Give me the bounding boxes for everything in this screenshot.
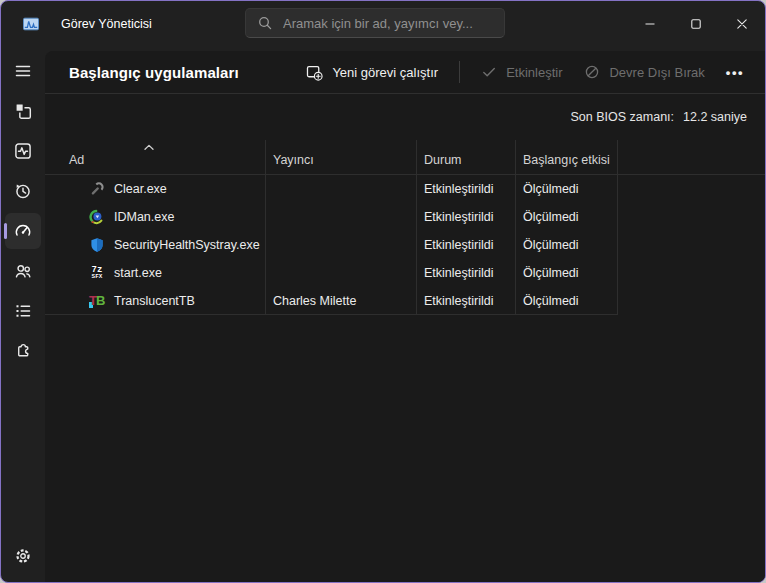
status: Etkinleştirildi bbox=[424, 238, 493, 252]
column-header-impact[interactable]: Başlangıç etkisi bbox=[516, 140, 618, 174]
services-icon bbox=[14, 342, 32, 360]
sevenzip-sfx-icon: 7z SFX bbox=[89, 265, 105, 281]
check-icon bbox=[481, 64, 497, 80]
sidebar-item-startup-apps[interactable] bbox=[5, 213, 41, 249]
more-options-button[interactable]: ••• bbox=[717, 59, 753, 86]
table-header: Ad Yayıncı Durum Başlangıç etkisi bbox=[45, 140, 765, 175]
column-header-publisher[interactable]: Yayıncı bbox=[266, 140, 417, 174]
run-new-task-button[interactable]: Yeni görevi çalıştır bbox=[296, 58, 448, 87]
status: Etkinleştirildi bbox=[424, 182, 493, 196]
task-manager-window: Görev Yöneticisi bbox=[0, 0, 766, 583]
sidebar-item-services[interactable] bbox=[5, 333, 41, 369]
hamburger-menu-icon bbox=[14, 62, 32, 80]
content-panel: Başlangıç uygulamaları Yeni görevi çalış… bbox=[45, 51, 765, 582]
app-title: Görev Yöneticisi bbox=[61, 17, 152, 31]
search-icon bbox=[258, 16, 272, 30]
startup-app-name: TranslucentTB bbox=[114, 294, 195, 308]
startup-impact: Ölçülmedi bbox=[523, 294, 579, 308]
startup-impact: Ölçülmedi bbox=[523, 182, 579, 196]
users-icon bbox=[14, 262, 32, 280]
startup-app-name: IDMan.exe bbox=[114, 210, 174, 224]
table-row[interactable]: 7z SFX start.exe Etkinleştirildi Ölçülme… bbox=[45, 259, 765, 287]
sidebar bbox=[1, 46, 45, 582]
search-input[interactable] bbox=[283, 16, 492, 31]
sidebar-item-details[interactable] bbox=[5, 293, 41, 329]
status: Etkinleştirildi bbox=[424, 266, 493, 280]
sidebar-item-performance[interactable] bbox=[5, 133, 41, 169]
translucenttb-icon: T B bbox=[89, 293, 105, 309]
last-bios-value: 12.2 saniye bbox=[683, 110, 747, 124]
sidebar-item-settings[interactable] bbox=[5, 538, 41, 574]
table-row[interactable]: Clear.exe Etkinleştirildi Ölçülmedi bbox=[45, 175, 765, 203]
publisher: Charles Milette bbox=[273, 294, 356, 308]
table-row[interactable]: SecurityHealthSystray.exe Etkinleştirild… bbox=[45, 231, 765, 259]
windows-security-shield-icon bbox=[89, 237, 105, 253]
startup-apps-icon bbox=[14, 222, 32, 240]
last-bios-label: Son BIOS zamanı: bbox=[571, 110, 675, 124]
startup-impact: Ölçülmedi bbox=[523, 210, 579, 224]
startup-app-name: Clear.exe bbox=[114, 182, 167, 196]
idm-icon bbox=[89, 209, 105, 225]
sidebar-item-app-history[interactable] bbox=[5, 173, 41, 209]
startup-app-name: start.exe bbox=[114, 266, 162, 280]
column-header-publisher-label: Yayıncı bbox=[273, 153, 314, 167]
minimize-button[interactable] bbox=[627, 1, 673, 46]
close-button[interactable] bbox=[719, 1, 765, 46]
run-new-task-label: Yeni görevi çalıştır bbox=[332, 65, 438, 80]
column-header-name-label: Ad bbox=[69, 153, 84, 167]
sort-ascending-icon bbox=[143, 143, 155, 152]
command-bar: Başlangıç uygulamaları Yeni görevi çalış… bbox=[45, 51, 765, 94]
enable-button[interactable]: Etkinleştir bbox=[471, 58, 572, 86]
column-header-impact-label: Başlangıç etkisi bbox=[523, 153, 610, 167]
app-history-icon bbox=[14, 182, 32, 200]
startup-app-name: SecurityHealthSystray.exe bbox=[114, 238, 260, 252]
startup-impact: Ölçülmedi bbox=[523, 266, 579, 280]
disable-label: Devre Dışı Bırak bbox=[609, 65, 704, 80]
startup-impact: Ölçülmedi bbox=[523, 238, 579, 252]
page-title: Başlangıç uygulamaları bbox=[69, 64, 239, 81]
titlebar: Görev Yöneticisi bbox=[1, 1, 765, 46]
column-header-status-label: Durum bbox=[424, 153, 462, 167]
wrench-icon bbox=[89, 181, 105, 197]
block-icon bbox=[584, 64, 600, 80]
close-icon bbox=[734, 16, 750, 32]
details-icon bbox=[14, 302, 32, 320]
sidebar-item-users[interactable] bbox=[5, 253, 41, 289]
table-row[interactable]: T B TranslucentTB Charles Milette Etkinl… bbox=[45, 287, 765, 315]
disable-button[interactable]: Devre Dışı Bırak bbox=[574, 58, 714, 86]
enable-label: Etkinleştir bbox=[506, 65, 562, 80]
column-header-name[interactable]: Ad bbox=[45, 140, 266, 174]
selected-indicator bbox=[4, 223, 7, 239]
processes-icon bbox=[14, 102, 32, 120]
app-icon bbox=[23, 16, 39, 32]
sidebar-item-processes[interactable] bbox=[5, 93, 41, 129]
maximize-icon bbox=[688, 16, 704, 32]
settings-gear-icon bbox=[14, 547, 32, 565]
column-header-status[interactable]: Durum bbox=[417, 140, 516, 174]
status: Etkinleştirildi bbox=[424, 294, 493, 308]
run-new-task-icon bbox=[306, 64, 323, 81]
navigation-menu-button[interactable] bbox=[5, 53, 41, 89]
minimize-icon bbox=[642, 16, 658, 32]
performance-icon bbox=[14, 142, 32, 160]
bios-time-row: Son BIOS zamanı: 12.2 saniye bbox=[45, 94, 765, 140]
toolbar-separator bbox=[459, 61, 460, 83]
maximize-button[interactable] bbox=[673, 1, 719, 46]
table-row[interactable]: IDMan.exe Etkinleştirildi Ölçülmedi bbox=[45, 203, 765, 231]
status: Etkinleştirildi bbox=[424, 210, 493, 224]
search-box[interactable] bbox=[245, 8, 505, 38]
column-header-extra bbox=[618, 140, 765, 174]
